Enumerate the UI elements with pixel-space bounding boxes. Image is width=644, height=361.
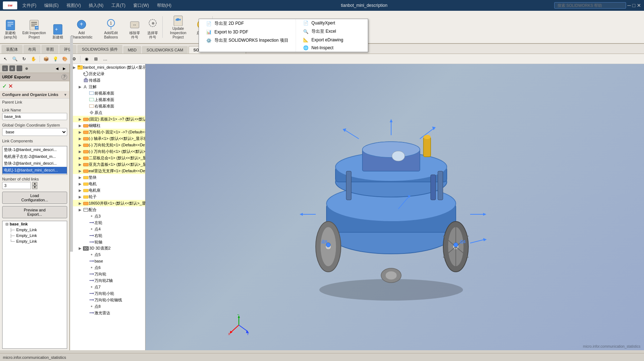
select-feature-button[interactable]: ⊕ 选择零件号 <box>144 17 162 41</box>
export-3dpdf-item[interactable]: 📄 QualityXpert <box>296 19 368 27</box>
tree-acrylic[interactable]: ▶ 亚克力盖板<1> (默认<<默认>_显示状态 1>) <box>70 161 145 168</box>
tab-evaluate[interactable]: 评估 <box>59 45 77 54</box>
panel-collapse-right-icon[interactable]: ▶ <box>61 65 67 71</box>
tree-base[interactable]: base <box>70 258 145 264</box>
tree-battery-expand[interactable]: ▶ <box>77 201 83 205</box>
urdf-tree-root[interactable]: ⊟ base_link <box>3 221 67 227</box>
link-component-2[interactable]: 垫块-2@tianbot_mini_descri... <box>3 160 67 167</box>
tree-3dview-expand[interactable]: ▶ <box>77 246 83 250</box>
tree-wheel-folder[interactable]: ▶ 轮子 <box>70 193 145 200</box>
tree-point4[interactable]: 点4 <box>70 226 145 232</box>
toolbar-pan-icon[interactable]: ✋ <box>29 55 37 63</box>
tree-omni-wheel[interactable]: 万向轮 <box>70 271 145 277</box>
tree-right-wheel[interactable]: 右轮 <box>70 232 145 239</box>
tree-annotation[interactable]: ▶ A 注解 <box>70 83 145 90</box>
global-origin-select[interactable]: base <box>2 128 67 136</box>
preview-export-button[interactable]: Preview andExport... <box>2 206 67 218</box>
tree-pad-expand[interactable]: ▶ <box>77 175 83 179</box>
title-bar-menu-file[interactable]: 文件(F) <box>19 1 39 10</box>
tree-axle[interactable]: 轮轴 <box>70 239 145 245</box>
tree-point5[interactable]: 点5 <box>70 251 145 258</box>
close-icon[interactable]: ✕ <box>637 3 641 8</box>
tree-point3[interactable]: 点3 <box>70 213 145 219</box>
tree-motor-expand[interactable]: ▶ <box>77 182 83 186</box>
child-links-increment[interactable]: ▲ <box>32 182 37 186</box>
toolbar-extra-icon[interactable]: ◉ <box>83 55 91 63</box>
tree-omni-small-expand[interactable]: ▶ <box>77 150 83 154</box>
panel-home-icon[interactable]: ⌂ <box>2 65 8 71</box>
tree-motor-seat-folder[interactable]: ▶ 电机座 <box>70 187 145 193</box>
urdf-tree-child-2[interactable]: └─ Empty_Link <box>3 238 67 244</box>
new-model-button[interactable]: + 新建模 <box>49 22 67 41</box>
toolbar-more-icon[interactable]: … <box>101 55 109 63</box>
title-bar-menu-insert[interactable]: 插入(N) <box>86 1 106 10</box>
net-inspect-item[interactable]: 🌐 Net-Inspect <box>296 44 368 52</box>
panel-list-icon[interactable]: ≡ <box>9 65 15 71</box>
tree-omni-fixed-expand[interactable]: ▶ <box>77 130 83 134</box>
search-input[interactable] <box>554 2 626 9</box>
tab-assembly[interactable]: 装配体 <box>1 45 23 54</box>
tree-point7[interactable]: 点7 <box>70 284 145 290</box>
viewport[interactable]: 点6 点6 Z X <box>145 64 644 350</box>
help-icon[interactable]: ? <box>61 74 67 80</box>
tree-lidar-support[interactable]: ▶ eal雷边无支撑<1> (Default<<Default>_PhotoWo… <box>70 168 145 174</box>
new-inspection-button[interactable]: 新建检(amp;N) <box>1 17 19 41</box>
maximize-icon[interactable]: □ <box>633 3 635 8</box>
section-collapse-icon[interactable]: ▼ <box>64 93 67 97</box>
tree-left-wheel[interactable]: 左轮 <box>70 219 145 226</box>
tree-motor-folder[interactable]: ▶ 电机 <box>70 180 145 187</box>
tree-bearing[interactable]: ▶ (-) 轴承<1> (默认<<默认>_显示状态 1>) <box>70 135 145 142</box>
urdf-tree-child-1[interactable]: ├─ Empty_Link <box>3 233 67 238</box>
tab-mbd[interactable]: MBD <box>123 46 141 54</box>
toolbar-view-icon[interactable]: 📦 <box>42 55 50 63</box>
tree-omni-small-axle[interactable]: 万向轮小轮轴线 <box>70 297 145 303</box>
title-bar-menu-edit[interactable]: 编辑(E) <box>41 1 61 10</box>
toolbar-grid-icon[interactable]: ⊞ <box>92 55 100 63</box>
urdf-tree-child-0[interactable]: ├─ Empty_Link <box>3 227 67 233</box>
toolbar-display-icon[interactable]: 💡 <box>51 55 59 63</box>
export-solidworks-item[interactable]: ⚙️ 导出至 SOLIDWORKS Inspection 项目 <box>199 36 296 45</box>
toolbar-zoom-icon[interactable]: 🔍 <box>11 55 19 63</box>
tree-match[interactable]: ▶ 配合 <box>70 206 145 213</box>
tree-omni-no-wheel[interactable]: ▶ (-) 万向轮无轮<1> (Default<<Default>_PhotoW… <box>70 142 145 148</box>
tree-lidar-support-expand[interactable]: ▶ <box>77 169 83 173</box>
tree-omni-fixed[interactable]: ▶ 万向轮小 固定<1> ->? (Default<<Default>_Phot… <box>70 129 145 135</box>
link-component-3[interactable]: 电机]-1@tianbot_mini_descri... <box>3 167 67 174</box>
confirm-icon[interactable]: ✓ <box>2 83 7 90</box>
tree-3dview[interactable]: ▶ 3D 3D 3D直图2 <box>70 245 145 251</box>
tree-annotation-expand[interactable]: ▶ <box>77 85 83 89</box>
tree-second-board[interactable]: ▶ 二层板总会<1> (默认<<默认>_显示状态 1>) <box>70 155 145 161</box>
title-bar-menu-view[interactable]: 视图(V) <box>64 1 84 10</box>
tree-lidar[interactable]: 激光雷达 <box>70 310 145 316</box>
panel-expand-icon[interactable]: ◀ <box>54 65 60 71</box>
tree-wheel-expand[interactable]: ▶ <box>77 195 83 199</box>
tree-omni-small-wheel[interactable]: 万向轮小轮 <box>70 290 145 297</box>
tab-sketch[interactable]: 草图 <box>41 45 59 54</box>
tree-scroll-handle[interactable] <box>70 64 73 252</box>
link-name-input[interactable] <box>2 113 67 120</box>
tree-omni-no-wheel-expand[interactable]: ▶ <box>77 143 83 147</box>
child-links-input[interactable] <box>2 182 31 189</box>
tree-bottom-plate[interactable]: ▶ (固定) 底板2<1> ->? (默认<<默认>_显示状态 1>) <box>70 116 145 122</box>
link-components-list[interactable]: 垫块-1@tianbot_mini_descri... 电机座子左右-2@tia… <box>2 146 67 175</box>
tree-history[interactable]: 历史记录 <box>70 70 145 77</box>
panel-settings-icon[interactable]: ⊕ <box>24 65 29 71</box>
export-edrawing-item[interactable]: 📐 Export eDrawing <box>296 36 368 44</box>
title-bar-menu-help[interactable]: 帮助(H) <box>154 1 175 10</box>
tree-match-expand[interactable]: ▶ <box>77 208 83 212</box>
tree-bearing-expand[interactable]: ▶ <box>77 137 83 141</box>
tree-pad-folder[interactable]: ▶ 垫块 <box>70 174 145 180</box>
tree-motor-seat-expand[interactable]: ▶ <box>77 188 83 192</box>
tab-solidworks-plugin[interactable]: SOLIDWORKS 插件 <box>77 45 122 54</box>
move-feature-button[interactable]: ↔ 移除零件号 <box>126 17 144 41</box>
tree-battery[interactable]: ▶ 18650并联<1> (默认<<默认>_显示状态 1>) <box>70 200 145 206</box>
tab-layout[interactable]: 布局 <box>23 45 41 54</box>
minimize-icon[interactable]: ─ <box>627 3 631 8</box>
tree-right-plane[interactable]: 右视基准面 <box>70 103 145 109</box>
tree-copper[interactable]: ▶ 铜螺柱 <box>70 122 145 129</box>
tab-solidworks-cam[interactable]: SOLIDWORKS CAM <box>142 46 188 54</box>
tree-point8[interactable]: 点8 <box>70 303 145 310</box>
tree-top-plane[interactable]: 上视基准面 <box>70 96 145 103</box>
tree-point6[interactable]: 点6 <box>70 264 145 271</box>
tree-origin[interactable]: 原点 <box>70 109 145 116</box>
